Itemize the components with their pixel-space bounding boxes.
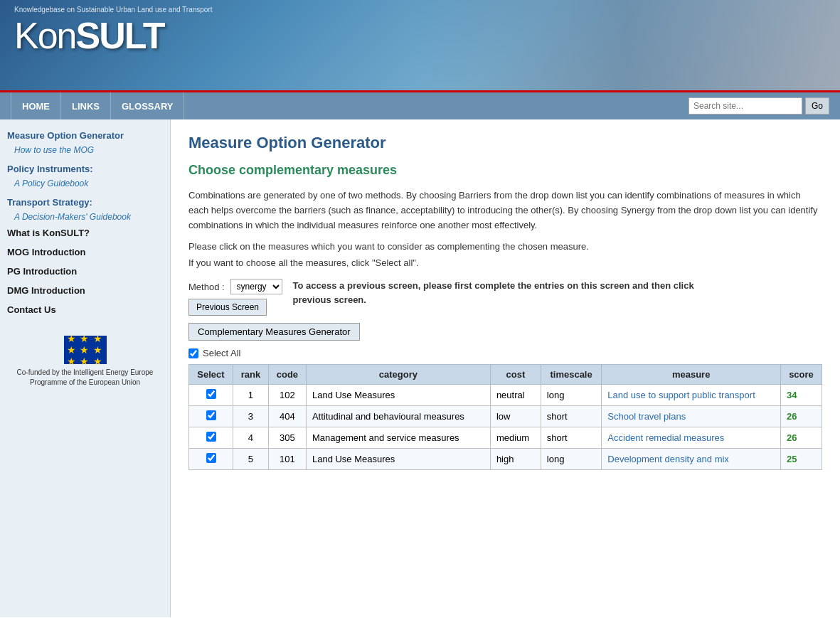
search-input[interactable]	[689, 97, 802, 114]
table-row: 5 101 Land Use Measures high long Develo…	[189, 449, 822, 470]
select-all-label: Select All	[203, 348, 240, 358]
cell-score-0: 34	[780, 385, 822, 406]
warning-text: To access a previous screen, please firs…	[293, 279, 720, 307]
header-decoration	[413, 0, 840, 92]
col-measure: measure	[602, 365, 781, 385]
eu-funding-text: Co-funded by the Intelligent Energy Euro…	[7, 368, 163, 388]
sidebar: Measure Option Generator How to use the …	[0, 119, 171, 617]
cell-code-2: 305	[268, 427, 306, 449]
sidebar-ts-link[interactable]: A Decision-Makers' Guidebook	[7, 211, 163, 223]
row-checkbox-1[interactable]	[206, 410, 216, 420]
sidebar-contact[interactable]: Contact Us	[7, 300, 163, 319]
search-area: Go	[689, 97, 829, 114]
header-logo: KonSULT	[14, 14, 164, 57]
cell-measure-1: School travel plans	[602, 406, 781, 427]
select-all-checkbox[interactable]	[188, 348, 198, 358]
sidebar-ts-title: Transport Strategy:	[7, 197, 163, 208]
select-all-row: Select All	[188, 348, 822, 358]
cell-rank-2: 4	[233, 427, 269, 449]
cell-rank-0: 1	[233, 385, 269, 406]
measure-link-0[interactable]: Land use to support public transport	[607, 390, 755, 400]
cell-code-1: 404	[268, 406, 306, 427]
cell-score-2: 26	[780, 427, 822, 449]
col-cost: cost	[490, 365, 541, 385]
cell-category-2: Management and service measures	[306, 427, 490, 449]
col-code: code	[268, 365, 306, 385]
table-row: 1 102 Land Use Measures neutral long Lan…	[189, 385, 822, 406]
search-button[interactable]: Go	[805, 97, 829, 114]
select-all-instruction: If you want to choose all the measures, …	[188, 257, 822, 268]
cell-cost-0: neutral	[490, 385, 541, 406]
cell-score-1: 26	[780, 406, 822, 427]
cell-cost-1: low	[490, 406, 541, 427]
main-content: Measure Option Generator Choose compleme…	[171, 119, 840, 617]
method-row: Method : synergy barriers Previous Scree…	[188, 279, 822, 316]
measures-table: Select rank code category cost timescale…	[188, 364, 822, 470]
sidebar-what-konsult[interactable]: What is KonSULT?	[7, 223, 163, 243]
cell-code-3: 101	[268, 449, 306, 470]
cell-timescale-1: short	[541, 406, 602, 427]
page-title: Measure Option Generator	[188, 134, 822, 152]
cell-category-1: Attitudinal and behavioural measures	[306, 406, 490, 427]
table-row: 4 305 Management and service measures me…	[189, 427, 822, 449]
sidebar-mog-link[interactable]: How to use the MOG	[7, 144, 163, 156]
measure-link-1[interactable]: School travel plans	[607, 411, 686, 422]
col-score: score	[780, 365, 822, 385]
cell-select-3	[189, 449, 233, 470]
cell-category-0: Land Use Measures	[306, 385, 490, 406]
sidebar-pg-intro[interactable]: PG Introduction	[7, 262, 163, 281]
cell-select-1	[189, 406, 233, 427]
cell-select-2	[189, 427, 233, 449]
complementary-measures-generator-button[interactable]: Complementary Measures Generator	[188, 323, 360, 341]
col-select: Select	[189, 365, 233, 385]
method-label: Method :	[188, 282, 225, 292]
method-label-row: Method : synergy barriers	[188, 279, 282, 294]
cell-timescale-3: long	[541, 449, 602, 470]
sidebar-pi-link[interactable]: A Policy Guidebook	[7, 177, 163, 190]
sidebar-mog-title: Measure Option Generator	[7, 130, 163, 141]
cell-cost-2: medium	[490, 427, 541, 449]
header-subtitle: Knowledgebase on Sustainable Urban Land …	[14, 6, 213, 14]
cell-timescale-2: short	[541, 427, 602, 449]
cell-category-3: Land Use Measures	[306, 449, 490, 470]
eu-logo-section: ★ ★ ★★ ★ ★★ ★ ★ Co-funded by the Intelli…	[7, 334, 163, 388]
row-checkbox-3[interactable]	[206, 453, 216, 463]
instruction-text: Please click on the measures which you w…	[188, 241, 822, 252]
measure-link-2[interactable]: Accident remedial measures	[607, 432, 724, 443]
table-body: 1 102 Land Use Measures neutral long Lan…	[189, 385, 822, 470]
choose-title: Choose complementary measures	[188, 163, 822, 178]
cell-select-0	[189, 385, 233, 406]
measure-link-3[interactable]: Development density and mix	[607, 454, 729, 464]
sidebar-dmg-intro[interactable]: DMG Introduction	[7, 281, 163, 300]
logo-sult: SULT	[76, 15, 164, 56]
row-checkbox-2[interactable]	[206, 432, 216, 442]
navbar: HOME LINKS GLOSSARY Go	[0, 92, 840, 119]
cell-timescale-0: long	[541, 385, 602, 406]
col-rank: rank	[233, 365, 269, 385]
sidebar-pi-title: Policy Instruments:	[7, 164, 163, 174]
description-text: Combinations are generated by one of two…	[188, 188, 822, 233]
cell-cost-3: high	[490, 449, 541, 470]
method-select[interactable]: synergy barriers	[230, 279, 282, 294]
sidebar-mog-intro[interactable]: MOG Introduction	[7, 243, 163, 262]
cell-code-0: 102	[268, 385, 306, 406]
cell-measure-0: Land use to support public transport	[602, 385, 781, 406]
row-checkbox-0[interactable]	[206, 389, 216, 399]
layout: Measure Option Generator How to use the …	[0, 119, 840, 617]
table-row: 3 404 Attitudinal and behavioural measur…	[189, 406, 822, 427]
cell-measure-3: Development density and mix	[602, 449, 781, 470]
col-category: category	[306, 365, 490, 385]
cell-rank-1: 3	[233, 406, 269, 427]
cell-score-3: 25	[780, 449, 822, 470]
cell-rank-3: 5	[233, 449, 269, 470]
nav-glossary[interactable]: GLOSSARY	[111, 92, 184, 119]
eu-flag: ★ ★ ★★ ★ ★★ ★ ★	[64, 336, 107, 364]
method-left: Method : synergy barriers Previous Scree…	[188, 279, 282, 316]
previous-screen-button[interactable]: Previous Screen	[188, 299, 267, 316]
header: Knowledgebase on Sustainable Urban Land …	[0, 0, 840, 92]
col-timescale: timescale	[541, 365, 602, 385]
eu-flag-stars: ★ ★ ★★ ★ ★★ ★ ★	[67, 333, 104, 367]
nav-links[interactable]: LINKS	[61, 92, 111, 119]
nav-home[interactable]: HOME	[11, 92, 61, 119]
cell-measure-2: Accident remedial measures	[602, 427, 781, 449]
